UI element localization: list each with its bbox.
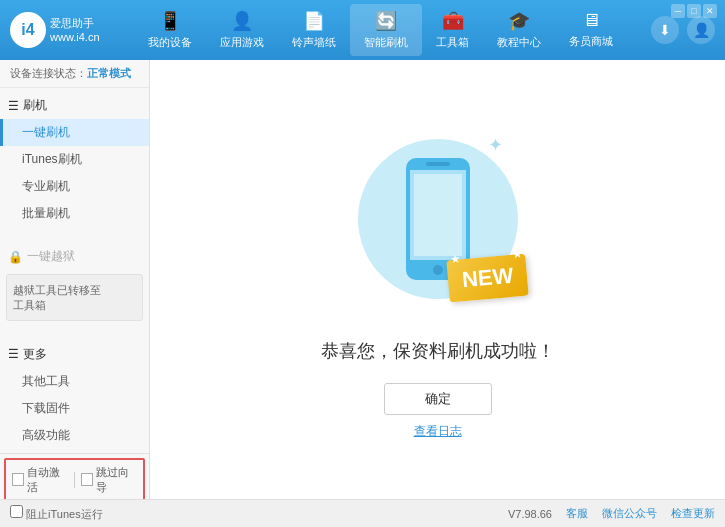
- logo-char: i4: [21, 21, 34, 39]
- pro-flash-label: 专业刷机: [22, 178, 70, 195]
- wechat-public-link[interactable]: 微信公众号: [602, 506, 657, 521]
- ringtone-icon: 📄: [303, 10, 325, 32]
- jailbreak-group-label: 🔒 一键越狱: [0, 243, 149, 270]
- more-section: ☰ 更多 其他工具 下载固件 高级功能: [0, 337, 149, 453]
- confirm-button[interactable]: 确定: [384, 383, 492, 415]
- lock-icon: 🔒: [8, 250, 23, 264]
- new-badge-text: NEW: [461, 263, 514, 292]
- my-device-icon: 📱: [159, 10, 181, 32]
- download-button[interactable]: ⬇: [651, 16, 679, 44]
- jailbreak-section: 🔒 一键越狱 越狱工具已转移至 工具箱: [0, 239, 149, 329]
- nav-tab-service-label: 务员商城: [569, 34, 613, 49]
- checkbox-divider: [74, 472, 75, 488]
- sparkle-1: ✦: [378, 144, 393, 166]
- status-mode: 正常模式: [87, 67, 131, 79]
- skip-wizard-item: 跳过向导: [81, 465, 137, 495]
- sidebar-item-pro-flash[interactable]: 专业刷机: [0, 173, 149, 200]
- advanced-label: 高级功能: [22, 427, 70, 444]
- sidebar-item-itunes-flash[interactable]: iTunes刷机: [0, 146, 149, 173]
- close-button[interactable]: ✕: [703, 4, 717, 18]
- more-group-text: 更多: [23, 346, 47, 363]
- main-layout: 设备连接状态：正常模式 ☰ 刷机 一键刷机 iTunes刷机 专业刷机 批量刷机: [0, 60, 725, 499]
- flash-group-text: 刷机: [23, 97, 47, 114]
- tutorial-icon: 🎓: [508, 10, 530, 32]
- new-badge: NEW: [446, 254, 529, 303]
- header-right: ⬇ 👤: [651, 16, 715, 44]
- auto-activate-label: 自动激活: [27, 465, 68, 495]
- check-update-link[interactable]: 检查更新: [671, 506, 715, 521]
- nav-tab-toolbox[interactable]: 🧰 工具箱: [422, 4, 483, 56]
- nav-tab-ringtone-label: 铃声墙纸: [292, 35, 336, 50]
- sidebar-bottom: 自动激活 跳过向导 📱 iPhone 15 Pro Max 512GB iPho…: [0, 453, 149, 499]
- footer-left: 阻止iTunes运行: [10, 505, 492, 522]
- nav-tab-smart-flash[interactable]: 🔄 智能刷机: [350, 4, 422, 56]
- flash-group-icon: ☰: [8, 99, 19, 113]
- sparkle-2: ✦: [488, 134, 503, 156]
- version-label: V7.98.66: [508, 508, 552, 520]
- sidebar-item-download-firmware[interactable]: 下载固件: [0, 395, 149, 422]
- nav-tab-my-device[interactable]: 📱 我的设备: [134, 4, 206, 56]
- sidebar-item-other-tools[interactable]: 其他工具: [0, 368, 149, 395]
- flash-group-label: ☰ 刷机: [0, 92, 149, 119]
- success-title: 恭喜您，保资料刷机成功啦！: [321, 339, 555, 363]
- status-label: 设备连接状态：: [10, 67, 87, 79]
- svg-rect-5: [414, 174, 462, 256]
- auto-activate-checkbox[interactable]: [12, 473, 24, 486]
- content-area: NEW ✦ ✦ 恭喜您，保资料刷机成功啦！ 确定 查看日志: [150, 60, 725, 499]
- window-controls: ─ □ ✕: [671, 4, 717, 18]
- logo-name: 爱思助手: [50, 16, 100, 30]
- nav-tab-ringtone[interactable]: 📄 铃声墙纸: [278, 4, 350, 56]
- svg-rect-3: [426, 162, 450, 166]
- more-icon: ☰: [8, 347, 19, 361]
- flash-section: ☰ 刷机 一键刷机 iTunes刷机 专业刷机 批量刷机: [0, 88, 149, 231]
- block-itunes-text: 阻止iTunes运行: [26, 508, 103, 520]
- jailbreak-disabled-text: 越狱工具已转移至 工具箱: [13, 283, 136, 314]
- nav-tab-toolbox-label: 工具箱: [436, 35, 469, 50]
- sidebar-item-one-key-flash[interactable]: 一键刷机: [0, 119, 149, 146]
- checkbox-row: 自动激活 跳过向导: [4, 458, 145, 499]
- account-button[interactable]: 👤: [687, 16, 715, 44]
- nav-tab-smart-flash-label: 智能刷机: [364, 35, 408, 50]
- one-key-flash-label: 一键刷机: [22, 124, 70, 141]
- status-bar: 设备连接状态：正常模式: [0, 60, 149, 88]
- itunes-label: 阻止iTunes运行: [10, 508, 103, 520]
- view-log-link[interactable]: 查看日志: [414, 423, 462, 440]
- auto-activate-item: 自动激活: [12, 465, 68, 495]
- header: i4 爱思助手 www.i4.cn 📱 我的设备 👤 应用游戏 📄 铃声墙纸 🔄…: [0, 0, 725, 60]
- maximize-button[interactable]: □: [687, 4, 701, 18]
- jailbreak-disabled-box: 越狱工具已转移至 工具箱: [6, 274, 143, 321]
- sidebar-item-advanced[interactable]: 高级功能: [0, 422, 149, 449]
- nav-tab-service[interactable]: 🖥 务员商城: [555, 4, 627, 56]
- footer-right: V7.98.66 客服 微信公众号 检查更新: [508, 506, 715, 521]
- more-group-label: ☰ 更多: [0, 341, 149, 368]
- minimize-button[interactable]: ─: [671, 4, 685, 18]
- jailbreak-group-text: 一键越狱: [27, 248, 75, 265]
- sidebar-item-batch-flash[interactable]: 批量刷机: [0, 200, 149, 227]
- batch-flash-label: 批量刷机: [22, 205, 70, 222]
- nav-tab-apps-games[interactable]: 👤 应用游戏: [206, 4, 278, 56]
- itunes-flash-label: iTunes刷机: [22, 151, 82, 168]
- nav-tab-my-device-label: 我的设备: [148, 35, 192, 50]
- apps-games-icon: 👤: [231, 10, 253, 32]
- smart-flash-icon: 🔄: [375, 10, 397, 32]
- skip-wizard-label: 跳过向导: [96, 465, 137, 495]
- nav-tabs: 📱 我的设备 👤 应用游戏 📄 铃声墙纸 🔄 智能刷机 🧰 工具箱 🎓 教程中心…: [110, 4, 651, 56]
- other-tools-label: 其他工具: [22, 373, 70, 390]
- customer-service-link[interactable]: 客服: [566, 506, 588, 521]
- skip-wizard-checkbox[interactable]: [81, 473, 93, 486]
- svg-point-4: [433, 265, 443, 275]
- logo-text: 爱思助手 www.i4.cn: [50, 16, 100, 45]
- nav-tab-tutorial[interactable]: 🎓 教程中心: [483, 4, 555, 56]
- nav-tab-tutorial-label: 教程中心: [497, 35, 541, 50]
- service-icon: 🖥: [582, 10, 600, 31]
- logo-icon: i4: [10, 12, 46, 48]
- block-itunes-checkbox[interactable]: [10, 505, 23, 518]
- nav-tab-apps-label: 应用游戏: [220, 35, 264, 50]
- toolbox-icon: 🧰: [442, 10, 464, 32]
- sidebar: 设备连接状态：正常模式 ☰ 刷机 一键刷机 iTunes刷机 专业刷机 批量刷机: [0, 60, 150, 499]
- download-firmware-label: 下载固件: [22, 400, 70, 417]
- footer: 阻止iTunes运行 V7.98.66 客服 微信公众号 检查更新: [0, 499, 725, 527]
- success-illustration: NEW ✦ ✦: [338, 119, 538, 319]
- logo: i4 爱思助手 www.i4.cn: [10, 12, 110, 48]
- logo-url: www.i4.cn: [50, 30, 100, 44]
